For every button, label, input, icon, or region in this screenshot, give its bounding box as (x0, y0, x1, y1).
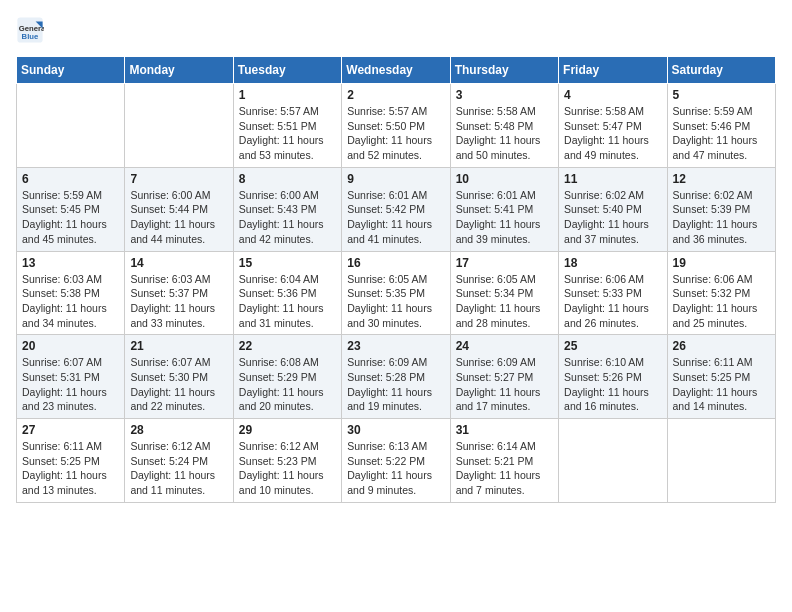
day-info: Sunrise: 6:01 AM Sunset: 5:42 PM Dayligh… (347, 188, 444, 247)
calendar-cell: 30Sunrise: 6:13 AM Sunset: 5:22 PM Dayli… (342, 419, 450, 503)
day-number: 2 (347, 88, 444, 102)
day-number: 11 (564, 172, 661, 186)
calendar-table: SundayMondayTuesdayWednesdayThursdayFrid… (16, 56, 776, 503)
logo-icon: General Blue (16, 16, 44, 44)
day-number: 18 (564, 256, 661, 270)
day-number: 15 (239, 256, 336, 270)
calendar-week-row: 13Sunrise: 6:03 AM Sunset: 5:38 PM Dayli… (17, 251, 776, 335)
day-number: 16 (347, 256, 444, 270)
calendar-cell: 19Sunrise: 6:06 AM Sunset: 5:32 PM Dayli… (667, 251, 775, 335)
calendar-cell: 9Sunrise: 6:01 AM Sunset: 5:42 PM Daylig… (342, 167, 450, 251)
calendar-cell: 21Sunrise: 6:07 AM Sunset: 5:30 PM Dayli… (125, 335, 233, 419)
day-info: Sunrise: 6:13 AM Sunset: 5:22 PM Dayligh… (347, 439, 444, 498)
day-info: Sunrise: 6:08 AM Sunset: 5:29 PM Dayligh… (239, 355, 336, 414)
day-info: Sunrise: 6:00 AM Sunset: 5:43 PM Dayligh… (239, 188, 336, 247)
calendar-cell (667, 419, 775, 503)
calendar-cell: 10Sunrise: 6:01 AM Sunset: 5:41 PM Dayli… (450, 167, 558, 251)
calendar-cell: 12Sunrise: 6:02 AM Sunset: 5:39 PM Dayli… (667, 167, 775, 251)
day-number: 24 (456, 339, 553, 353)
day-info: Sunrise: 6:05 AM Sunset: 5:35 PM Dayligh… (347, 272, 444, 331)
calendar-cell: 17Sunrise: 6:05 AM Sunset: 5:34 PM Dayli… (450, 251, 558, 335)
calendar-cell: 7Sunrise: 6:00 AM Sunset: 5:44 PM Daylig… (125, 167, 233, 251)
calendar-week-row: 1Sunrise: 5:57 AM Sunset: 5:51 PM Daylig… (17, 84, 776, 168)
calendar-week-row: 27Sunrise: 6:11 AM Sunset: 5:25 PM Dayli… (17, 419, 776, 503)
day-number: 10 (456, 172, 553, 186)
day-number: 30 (347, 423, 444, 437)
day-info: Sunrise: 6:03 AM Sunset: 5:37 PM Dayligh… (130, 272, 227, 331)
day-number: 23 (347, 339, 444, 353)
day-number: 26 (673, 339, 770, 353)
day-info: Sunrise: 6:00 AM Sunset: 5:44 PM Dayligh… (130, 188, 227, 247)
day-info: Sunrise: 6:02 AM Sunset: 5:40 PM Dayligh… (564, 188, 661, 247)
calendar-cell: 8Sunrise: 6:00 AM Sunset: 5:43 PM Daylig… (233, 167, 341, 251)
day-info: Sunrise: 6:06 AM Sunset: 5:33 PM Dayligh… (564, 272, 661, 331)
day-info: Sunrise: 6:02 AM Sunset: 5:39 PM Dayligh… (673, 188, 770, 247)
day-info: Sunrise: 6:12 AM Sunset: 5:24 PM Dayligh… (130, 439, 227, 498)
day-info: Sunrise: 6:14 AM Sunset: 5:21 PM Dayligh… (456, 439, 553, 498)
day-number: 22 (239, 339, 336, 353)
calendar-cell: 14Sunrise: 6:03 AM Sunset: 5:37 PM Dayli… (125, 251, 233, 335)
day-number: 6 (22, 172, 119, 186)
weekday-header-saturday: Saturday (667, 57, 775, 84)
day-info: Sunrise: 6:05 AM Sunset: 5:34 PM Dayligh… (456, 272, 553, 331)
day-number: 20 (22, 339, 119, 353)
calendar-cell: 22Sunrise: 6:08 AM Sunset: 5:29 PM Dayli… (233, 335, 341, 419)
day-number: 8 (239, 172, 336, 186)
day-number: 13 (22, 256, 119, 270)
day-number: 14 (130, 256, 227, 270)
weekday-header-monday: Monday (125, 57, 233, 84)
day-info: Sunrise: 6:09 AM Sunset: 5:28 PM Dayligh… (347, 355, 444, 414)
page-header: General Blue (16, 16, 776, 44)
day-number: 27 (22, 423, 119, 437)
day-number: 31 (456, 423, 553, 437)
day-number: 12 (673, 172, 770, 186)
day-info: Sunrise: 6:12 AM Sunset: 5:23 PM Dayligh… (239, 439, 336, 498)
calendar-cell: 29Sunrise: 6:12 AM Sunset: 5:23 PM Dayli… (233, 419, 341, 503)
calendar-cell: 6Sunrise: 5:59 AM Sunset: 5:45 PM Daylig… (17, 167, 125, 251)
day-info: Sunrise: 5:58 AM Sunset: 5:47 PM Dayligh… (564, 104, 661, 163)
calendar-cell: 11Sunrise: 6:02 AM Sunset: 5:40 PM Dayli… (559, 167, 667, 251)
calendar-cell: 5Sunrise: 5:59 AM Sunset: 5:46 PM Daylig… (667, 84, 775, 168)
calendar-cell: 26Sunrise: 6:11 AM Sunset: 5:25 PM Dayli… (667, 335, 775, 419)
calendar-cell: 20Sunrise: 6:07 AM Sunset: 5:31 PM Dayli… (17, 335, 125, 419)
calendar-cell: 23Sunrise: 6:09 AM Sunset: 5:28 PM Dayli… (342, 335, 450, 419)
day-info: Sunrise: 6:06 AM Sunset: 5:32 PM Dayligh… (673, 272, 770, 331)
calendar-cell: 16Sunrise: 6:05 AM Sunset: 5:35 PM Dayli… (342, 251, 450, 335)
calendar-cell: 2Sunrise: 5:57 AM Sunset: 5:50 PM Daylig… (342, 84, 450, 168)
day-number: 19 (673, 256, 770, 270)
weekday-header-thursday: Thursday (450, 57, 558, 84)
day-number: 21 (130, 339, 227, 353)
day-info: Sunrise: 5:59 AM Sunset: 5:46 PM Dayligh… (673, 104, 770, 163)
day-info: Sunrise: 6:10 AM Sunset: 5:26 PM Dayligh… (564, 355, 661, 414)
day-info: Sunrise: 5:57 AM Sunset: 5:50 PM Dayligh… (347, 104, 444, 163)
day-number: 29 (239, 423, 336, 437)
calendar-week-row: 6Sunrise: 5:59 AM Sunset: 5:45 PM Daylig… (17, 167, 776, 251)
day-number: 28 (130, 423, 227, 437)
day-info: Sunrise: 6:09 AM Sunset: 5:27 PM Dayligh… (456, 355, 553, 414)
calendar-cell: 24Sunrise: 6:09 AM Sunset: 5:27 PM Dayli… (450, 335, 558, 419)
calendar-cell: 1Sunrise: 5:57 AM Sunset: 5:51 PM Daylig… (233, 84, 341, 168)
calendar-cell: 15Sunrise: 6:04 AM Sunset: 5:36 PM Dayli… (233, 251, 341, 335)
day-number: 5 (673, 88, 770, 102)
calendar-week-row: 20Sunrise: 6:07 AM Sunset: 5:31 PM Dayli… (17, 335, 776, 419)
calendar-cell: 4Sunrise: 5:58 AM Sunset: 5:47 PM Daylig… (559, 84, 667, 168)
svg-text:Blue: Blue (22, 32, 39, 41)
calendar-cell: 18Sunrise: 6:06 AM Sunset: 5:33 PM Dayli… (559, 251, 667, 335)
day-number: 4 (564, 88, 661, 102)
day-info: Sunrise: 6:03 AM Sunset: 5:38 PM Dayligh… (22, 272, 119, 331)
calendar-cell: 31Sunrise: 6:14 AM Sunset: 5:21 PM Dayli… (450, 419, 558, 503)
day-info: Sunrise: 5:59 AM Sunset: 5:45 PM Dayligh… (22, 188, 119, 247)
day-info: Sunrise: 6:07 AM Sunset: 5:31 PM Dayligh… (22, 355, 119, 414)
day-info: Sunrise: 5:58 AM Sunset: 5:48 PM Dayligh… (456, 104, 553, 163)
weekday-header-tuesday: Tuesday (233, 57, 341, 84)
logo: General Blue (16, 16, 48, 44)
calendar-cell (559, 419, 667, 503)
day-info: Sunrise: 6:11 AM Sunset: 5:25 PM Dayligh… (22, 439, 119, 498)
weekday-header-sunday: Sunday (17, 57, 125, 84)
day-info: Sunrise: 6:07 AM Sunset: 5:30 PM Dayligh… (130, 355, 227, 414)
day-info: Sunrise: 6:01 AM Sunset: 5:41 PM Dayligh… (456, 188, 553, 247)
weekday-header-friday: Friday (559, 57, 667, 84)
calendar-cell: 28Sunrise: 6:12 AM Sunset: 5:24 PM Dayli… (125, 419, 233, 503)
day-info: Sunrise: 5:57 AM Sunset: 5:51 PM Dayligh… (239, 104, 336, 163)
weekday-header-wednesday: Wednesday (342, 57, 450, 84)
